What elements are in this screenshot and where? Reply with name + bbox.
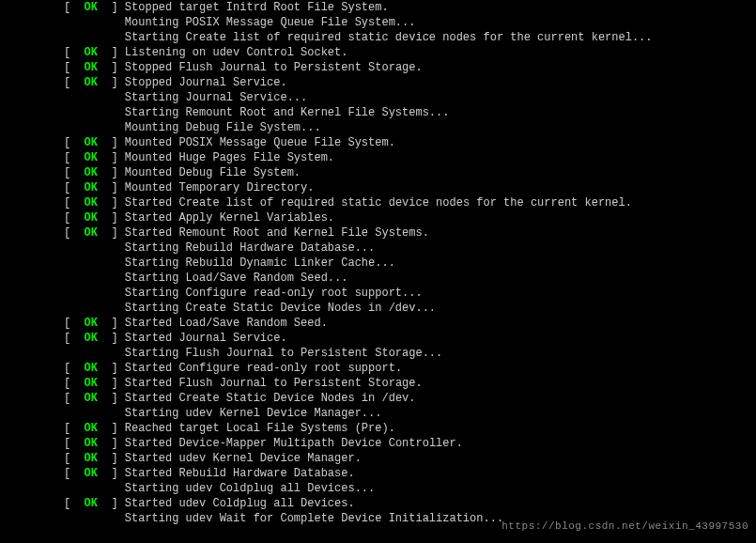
bracket-close: ] — [98, 362, 125, 375]
bracket-close: ] — [98, 332, 125, 345]
indent — [64, 512, 125, 525]
boot-log-line: [ OK ] Stopped Flush Journal to Persiste… — [64, 60, 756, 75]
boot-message: Listening on udev Control Socket. — [125, 46, 348, 59]
boot-message: Starting udev Wait for Complete Device I… — [125, 512, 503, 525]
bracket-close: ] — [98, 196, 125, 209]
bracket-close: ] — [98, 211, 125, 225]
boot-log-line: [ OK ] Mounted Huge Pages File System. — [64, 150, 756, 165]
indent — [64, 16, 125, 29]
boot-message: Starting udev Kernel Device Manager... — [125, 407, 382, 420]
status-ok: OK — [85, 332, 98, 345]
boot-log-line: Starting Configure read-only root suppor… — [64, 286, 756, 301]
boot-message: Stopped Journal Service. — [125, 76, 287, 89]
boot-message: Stopped Flush Journal to Persistent Stor… — [125, 61, 423, 74]
boot-message: Started Rebuild Hardware Database. — [125, 467, 355, 480]
boot-message: Started Device-Mapper Multipath Device C… — [125, 437, 463, 450]
boot-message: Mounted POSIX Message Queue File System. — [125, 136, 395, 149]
boot-log-line: Starting udev Kernel Device Manager... — [64, 406, 756, 421]
status-ok: OK — [85, 181, 98, 194]
boot-message: Started udev Coldplug all Devices. — [125, 497, 355, 510]
indent — [64, 302, 125, 315]
boot-log-line: Starting Load/Save Random Seed... — [64, 271, 756, 286]
boot-message: Started Journal Service. — [125, 332, 287, 345]
boot-message: Started Remount Root and Kernel File Sys… — [125, 226, 429, 240]
boot-log-line: [ OK ] Mounted POSIX Message Queue File … — [64, 135, 756, 150]
boot-log-line: [ OK ] Reached target Local File Systems… — [64, 421, 756, 436]
bracket-open: [ — [64, 61, 85, 74]
status-ok: OK — [85, 1, 98, 14]
bracket-open: [ — [64, 211, 85, 225]
status-ok: OK — [85, 452, 98, 465]
bracket-close: ] — [98, 422, 125, 435]
boot-log-line: [ OK ] Mounted Temporary Directory. — [64, 180, 756, 195]
boot-message: Starting Remount Root and Kernel File Sy… — [125, 106, 450, 119]
boot-log-line: [ OK ] Started Journal Service. — [64, 331, 756, 346]
bracket-open: [ — [64, 196, 85, 209]
boot-log-line: [ OK ] Started udev Kernel Device Manage… — [64, 451, 756, 466]
bracket-open: [ — [64, 166, 85, 179]
bracket-open: [ — [64, 46, 85, 59]
boot-log-line: Starting Remount Root and Kernel File Sy… — [64, 105, 756, 120]
status-ok: OK — [85, 392, 98, 405]
boot-message: Starting Load/Save Random Seed... — [125, 272, 348, 285]
boot-log-line: Starting Rebuild Hardware Database... — [64, 240, 756, 256]
boot-message: Starting Rebuild Hardware Database... — [125, 241, 375, 255]
bracket-close: ] — [98, 226, 125, 240]
status-ok: OK — [85, 196, 98, 209]
indent — [64, 407, 125, 420]
indent — [64, 272, 125, 285]
bracket-close: ] — [98, 497, 125, 510]
boot-log-line: [ OK ] Started Configure read-only root … — [64, 361, 756, 376]
status-ok: OK — [85, 317, 98, 330]
boot-log-line: [ OK ] Started Apply Kernel Variables. — [64, 210, 756, 225]
boot-log-line: Starting Rebuild Dynamic Linker Cache... — [64, 256, 756, 271]
boot-log-line: [ OK ] Started Device-Mapper Multipath D… — [64, 436, 756, 451]
boot-log-line: [ OK ] Started udev Coldplug all Devices… — [64, 496, 756, 511]
bracket-open: [ — [64, 392, 85, 405]
bracket-open: [ — [64, 1, 85, 14]
bracket-open: [ — [64, 76, 85, 89]
status-ok: OK — [85, 497, 98, 510]
status-ok: OK — [85, 136, 98, 149]
bracket-close: ] — [98, 467, 125, 480]
bracket-open: [ — [64, 452, 85, 465]
bracket-close: ] — [98, 46, 125, 59]
boot-message: Mounting Debug File System... — [125, 121, 321, 134]
status-ok: OK — [85, 377, 98, 390]
bracket-open: [ — [64, 422, 85, 435]
bracket-close: ] — [98, 1, 125, 14]
bracket-close: ] — [98, 76, 125, 89]
boot-log-line: [ OK ] Listening on udev Control Socket. — [64, 45, 756, 60]
status-ok: OK — [85, 362, 98, 375]
boot-message: Started Apply Kernel Variables. — [125, 211, 334, 225]
boot-message: Mounted Huge Pages File System. — [125, 151, 334, 164]
watermark-text: https://blog.csdn.net/weixin_43997530 — [501, 519, 748, 534]
boot-message: Starting Journal Service... — [125, 91, 307, 104]
status-ok: OK — [85, 46, 98, 59]
bracket-open: [ — [64, 136, 85, 149]
boot-message: Started Flush Journal to Persistent Stor… — [125, 377, 423, 390]
boot-log-line: Starting Journal Service... — [64, 90, 756, 105]
boot-message: Started Configure read-only root support… — [125, 362, 402, 375]
boot-log-line: [ OK ] Started Remount Root and Kernel F… — [64, 225, 756, 240]
status-ok: OK — [85, 211, 98, 225]
indent — [64, 121, 125, 134]
status-ok: OK — [85, 151, 98, 164]
bracket-open: [ — [64, 151, 85, 164]
bracket-open: [ — [64, 377, 85, 390]
boot-message: Starting Create list of required static … — [125, 31, 653, 44]
boot-message: Started udev Kernel Device Manager. — [125, 452, 362, 465]
boot-message: Mounted Temporary Directory. — [125, 181, 315, 194]
boot-message: Starting Rebuild Dynamic Linker Cache... — [125, 256, 395, 270]
bracket-close: ] — [98, 452, 125, 465]
bracket-open: [ — [64, 497, 85, 510]
boot-log-line: Mounting Debug File System... — [64, 120, 756, 135]
boot-message: Mounting POSIX Message Queue File System… — [125, 16, 416, 29]
bracket-open: [ — [64, 362, 85, 375]
bracket-open: [ — [64, 317, 85, 330]
bracket-close: ] — [98, 392, 125, 405]
boot-message: Starting Create Static Device Nodes in /… — [125, 302, 436, 315]
bracket-close: ] — [98, 317, 125, 330]
bracket-open: [ — [64, 226, 85, 240]
boot-log-line: [ OK ] Stopped target Initrd Root File S… — [64, 0, 756, 15]
